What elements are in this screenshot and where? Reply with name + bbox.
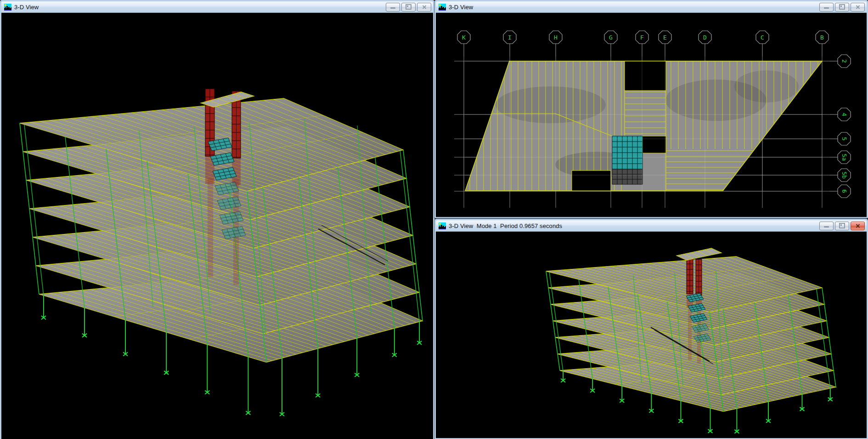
maximize-icon: [839, 223, 845, 228]
close-button[interactable]: [851, 222, 865, 230]
view-icon-art: [439, 4, 446, 11]
window-title: 3-D View: [14, 4, 39, 11]
grid-bubble-label: F: [640, 34, 644, 41]
grid-bubble-label: 4: [841, 113, 848, 116]
close-button[interactable]: [417, 3, 431, 11]
grid-bubble-label: C: [761, 34, 764, 41]
view-icon-art: [439, 222, 446, 229]
close-icon: [856, 5, 860, 9]
model-plan[interactable]: KIHGFEDCB2455a5b6: [436, 13, 867, 217]
grid-bubble-H: H: [549, 31, 562, 44]
window-controls: [818, 3, 865, 11]
viewport-plan[interactable]: KIHGFEDCB2455a5b6: [436, 12, 867, 217]
grid-bubble-5: 5: [838, 132, 851, 145]
minimize-icon: [390, 7, 395, 9]
minimize-button[interactable]: [819, 3, 834, 11]
grid-bubble-label: K: [462, 34, 466, 41]
grid-bubble-B: B: [816, 31, 829, 44]
plan-view: KIHGFEDCB2455a5b6: [454, 31, 851, 208]
grid-bubble-label: E: [663, 34, 667, 41]
close-icon: [856, 224, 860, 228]
view-icon: [4, 4, 11, 11]
minimize-icon: [824, 7, 829, 9]
maximize-icon: [406, 4, 411, 10]
grid-bubble-label: 5: [841, 137, 848, 141]
window-3d-view-main: 3-D View: [0, 0, 434, 439]
grid-bubble-label: 5b: [841, 171, 848, 179]
grid-bubble-label: D: [703, 34, 707, 41]
grid-bubble-4: 4: [838, 108, 851, 121]
wall-ghost: [688, 305, 692, 360]
maximize-icon: [839, 4, 845, 10]
grid-bubble-C: C: [756, 31, 769, 44]
wall-ghost: [208, 178, 213, 277]
window-3d-view-mode: 3-D View Mode 1 Period 0.9657 seconds: [434, 219, 868, 439]
grid-bubble-label: G: [609, 34, 613, 41]
minimize-icon: [824, 226, 829, 228]
titlebar[interactable]: 3-D View: [436, 1, 867, 12]
view-icon: [439, 4, 446, 11]
slab-opening: [625, 61, 666, 91]
close-button[interactable]: [851, 3, 865, 11]
grid-bubble-6: 6: [838, 185, 851, 198]
grid-bubble-label: B: [820, 34, 824, 41]
view-icon-art: [4, 4, 11, 11]
viewport-3d-main[interactable]: [1, 12, 433, 439]
grid-bubble-D: D: [699, 31, 711, 44]
grid-bubble-label: 5a: [841, 154, 848, 161]
slab-shading: [496, 86, 606, 123]
model-3d-main[interactable]: [1, 13, 433, 439]
grid-bubble-K: K: [457, 31, 470, 44]
titlebar[interactable]: 3-D View: [1, 1, 433, 12]
grid-bubble-E: E: [659, 31, 671, 44]
grid-bubble-5a: 5a: [838, 151, 851, 164]
grid-bubble-5b: 5b: [838, 169, 851, 182]
model-3d-mode[interactable]: [436, 232, 867, 438]
viewport-3d-mode[interactable]: [436, 231, 867, 438]
grid-bubble-2: 2: [838, 55, 851, 68]
window-controls: [818, 222, 865, 230]
grid-bubble-label: 2: [841, 59, 848, 63]
window-3d-view-plan: 3-D View KIHGFEDCB2455a5b6: [434, 0, 868, 218]
slab-opening: [572, 171, 611, 191]
view-icon: [439, 222, 446, 229]
titlebar[interactable]: 3-D View Mode 1 Period 0.9657 seconds: [436, 220, 867, 231]
window-title: 3-D View Mode 1 Period 0.9657 seconds: [449, 222, 562, 229]
grid-bubble-label: H: [554, 34, 558, 41]
grid-bubble-I: I: [503, 31, 516, 44]
close-icon: [422, 5, 427, 9]
maximize-button[interactable]: [835, 3, 849, 11]
maximize-button[interactable]: [401, 3, 416, 11]
grid-bubble-F: F: [636, 31, 648, 44]
minimize-button[interactable]: [386, 3, 400, 11]
maximize-button[interactable]: [835, 222, 849, 230]
mdi-workspace: { "windows": { "left": { "title": "3-D V…: [0, 0, 868, 439]
window-controls: [384, 3, 431, 11]
stair-core: [612, 136, 643, 184]
grid-bubble-label: 6: [841, 189, 848, 193]
grid-bubble-G: G: [604, 31, 617, 44]
grid-bubble-label: I: [508, 34, 512, 41]
window-title: 3-D View: [449, 4, 473, 11]
minimize-button[interactable]: [819, 222, 834, 230]
